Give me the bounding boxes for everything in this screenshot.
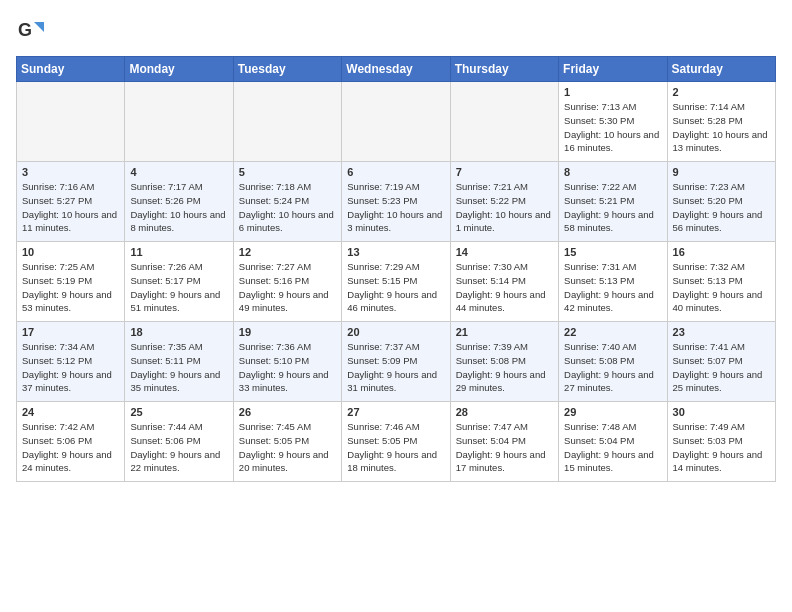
day-info: Sunrise: 7:48 AM Sunset: 5:04 PM Dayligh…	[564, 420, 661, 475]
day-number: 26	[239, 406, 336, 418]
day-info: Sunrise: 7:21 AM Sunset: 5:22 PM Dayligh…	[456, 180, 553, 235]
calendar-week-row: 1Sunrise: 7:13 AM Sunset: 5:30 PM Daylig…	[17, 82, 776, 162]
calendar-cell: 27Sunrise: 7:46 AM Sunset: 5:05 PM Dayli…	[342, 402, 450, 482]
calendar-cell: 18Sunrise: 7:35 AM Sunset: 5:11 PM Dayli…	[125, 322, 233, 402]
calendar-cell: 23Sunrise: 7:41 AM Sunset: 5:07 PM Dayli…	[667, 322, 775, 402]
day-info: Sunrise: 7:27 AM Sunset: 5:16 PM Dayligh…	[239, 260, 336, 315]
calendar-cell: 11Sunrise: 7:26 AM Sunset: 5:17 PM Dayli…	[125, 242, 233, 322]
day-number: 24	[22, 406, 119, 418]
calendar-cell: 8Sunrise: 7:22 AM Sunset: 5:21 PM Daylig…	[559, 162, 667, 242]
calendar-cell	[125, 82, 233, 162]
weekday-header-saturday: Saturday	[667, 57, 775, 82]
calendar-cell: 16Sunrise: 7:32 AM Sunset: 5:13 PM Dayli…	[667, 242, 775, 322]
calendar-cell: 17Sunrise: 7:34 AM Sunset: 5:12 PM Dayli…	[17, 322, 125, 402]
day-number: 29	[564, 406, 661, 418]
day-info: Sunrise: 7:25 AM Sunset: 5:19 PM Dayligh…	[22, 260, 119, 315]
day-number: 11	[130, 246, 227, 258]
svg-marker-1	[34, 22, 44, 32]
day-number: 22	[564, 326, 661, 338]
day-info: Sunrise: 7:17 AM Sunset: 5:26 PM Dayligh…	[130, 180, 227, 235]
logo: G	[16, 16, 48, 44]
calendar-cell: 30Sunrise: 7:49 AM Sunset: 5:03 PM Dayli…	[667, 402, 775, 482]
day-number: 14	[456, 246, 553, 258]
day-info: Sunrise: 7:34 AM Sunset: 5:12 PM Dayligh…	[22, 340, 119, 395]
day-info: Sunrise: 7:14 AM Sunset: 5:28 PM Dayligh…	[673, 100, 770, 155]
calendar-table: SundayMondayTuesdayWednesdayThursdayFrid…	[16, 56, 776, 482]
day-number: 6	[347, 166, 444, 178]
calendar-cell: 9Sunrise: 7:23 AM Sunset: 5:20 PM Daylig…	[667, 162, 775, 242]
calendar-cell: 24Sunrise: 7:42 AM Sunset: 5:06 PM Dayli…	[17, 402, 125, 482]
day-number: 25	[130, 406, 227, 418]
day-number: 8	[564, 166, 661, 178]
day-number: 28	[456, 406, 553, 418]
day-info: Sunrise: 7:40 AM Sunset: 5:08 PM Dayligh…	[564, 340, 661, 395]
calendar-cell: 10Sunrise: 7:25 AM Sunset: 5:19 PM Dayli…	[17, 242, 125, 322]
calendar-cell: 6Sunrise: 7:19 AM Sunset: 5:23 PM Daylig…	[342, 162, 450, 242]
calendar-cell: 22Sunrise: 7:40 AM Sunset: 5:08 PM Dayli…	[559, 322, 667, 402]
calendar-week-row: 17Sunrise: 7:34 AM Sunset: 5:12 PM Dayli…	[17, 322, 776, 402]
weekday-header-thursday: Thursday	[450, 57, 558, 82]
weekday-header-friday: Friday	[559, 57, 667, 82]
calendar-cell: 15Sunrise: 7:31 AM Sunset: 5:13 PM Dayli…	[559, 242, 667, 322]
weekday-header-row: SundayMondayTuesdayWednesdayThursdayFrid…	[17, 57, 776, 82]
svg-text:G: G	[18, 20, 32, 40]
day-info: Sunrise: 7:36 AM Sunset: 5:10 PM Dayligh…	[239, 340, 336, 395]
day-number: 17	[22, 326, 119, 338]
calendar-cell: 26Sunrise: 7:45 AM Sunset: 5:05 PM Dayli…	[233, 402, 341, 482]
day-info: Sunrise: 7:22 AM Sunset: 5:21 PM Dayligh…	[564, 180, 661, 235]
calendar-cell: 12Sunrise: 7:27 AM Sunset: 5:16 PM Dayli…	[233, 242, 341, 322]
calendar-cell: 14Sunrise: 7:30 AM Sunset: 5:14 PM Dayli…	[450, 242, 558, 322]
day-number: 10	[22, 246, 119, 258]
day-number: 23	[673, 326, 770, 338]
weekday-header-tuesday: Tuesday	[233, 57, 341, 82]
calendar-week-row: 10Sunrise: 7:25 AM Sunset: 5:19 PM Dayli…	[17, 242, 776, 322]
calendar-cell: 3Sunrise: 7:16 AM Sunset: 5:27 PM Daylig…	[17, 162, 125, 242]
day-info: Sunrise: 7:30 AM Sunset: 5:14 PM Dayligh…	[456, 260, 553, 315]
logo-icon: G	[16, 16, 44, 44]
calendar-cell	[17, 82, 125, 162]
calendar-cell: 25Sunrise: 7:44 AM Sunset: 5:06 PM Dayli…	[125, 402, 233, 482]
day-number: 30	[673, 406, 770, 418]
day-info: Sunrise: 7:18 AM Sunset: 5:24 PM Dayligh…	[239, 180, 336, 235]
day-info: Sunrise: 7:44 AM Sunset: 5:06 PM Dayligh…	[130, 420, 227, 475]
day-info: Sunrise: 7:42 AM Sunset: 5:06 PM Dayligh…	[22, 420, 119, 475]
day-number: 3	[22, 166, 119, 178]
calendar-cell: 4Sunrise: 7:17 AM Sunset: 5:26 PM Daylig…	[125, 162, 233, 242]
calendar-cell	[233, 82, 341, 162]
day-number: 15	[564, 246, 661, 258]
day-info: Sunrise: 7:32 AM Sunset: 5:13 PM Dayligh…	[673, 260, 770, 315]
day-number: 4	[130, 166, 227, 178]
day-info: Sunrise: 7:16 AM Sunset: 5:27 PM Dayligh…	[22, 180, 119, 235]
day-number: 27	[347, 406, 444, 418]
day-number: 18	[130, 326, 227, 338]
calendar-cell: 29Sunrise: 7:48 AM Sunset: 5:04 PM Dayli…	[559, 402, 667, 482]
day-info: Sunrise: 7:41 AM Sunset: 5:07 PM Dayligh…	[673, 340, 770, 395]
day-number: 7	[456, 166, 553, 178]
calendar-cell: 7Sunrise: 7:21 AM Sunset: 5:22 PM Daylig…	[450, 162, 558, 242]
calendar-cell: 20Sunrise: 7:37 AM Sunset: 5:09 PM Dayli…	[342, 322, 450, 402]
day-info: Sunrise: 7:35 AM Sunset: 5:11 PM Dayligh…	[130, 340, 227, 395]
day-info: Sunrise: 7:19 AM Sunset: 5:23 PM Dayligh…	[347, 180, 444, 235]
calendar-week-row: 3Sunrise: 7:16 AM Sunset: 5:27 PM Daylig…	[17, 162, 776, 242]
day-info: Sunrise: 7:46 AM Sunset: 5:05 PM Dayligh…	[347, 420, 444, 475]
calendar-cell	[450, 82, 558, 162]
calendar-cell: 2Sunrise: 7:14 AM Sunset: 5:28 PM Daylig…	[667, 82, 775, 162]
weekday-header-wednesday: Wednesday	[342, 57, 450, 82]
day-info: Sunrise: 7:23 AM Sunset: 5:20 PM Dayligh…	[673, 180, 770, 235]
day-number: 16	[673, 246, 770, 258]
day-number: 2	[673, 86, 770, 98]
day-number: 12	[239, 246, 336, 258]
day-number: 20	[347, 326, 444, 338]
calendar-cell: 1Sunrise: 7:13 AM Sunset: 5:30 PM Daylig…	[559, 82, 667, 162]
day-info: Sunrise: 7:45 AM Sunset: 5:05 PM Dayligh…	[239, 420, 336, 475]
day-number: 21	[456, 326, 553, 338]
weekday-header-sunday: Sunday	[17, 57, 125, 82]
calendar-cell: 5Sunrise: 7:18 AM Sunset: 5:24 PM Daylig…	[233, 162, 341, 242]
calendar-cell: 28Sunrise: 7:47 AM Sunset: 5:04 PM Dayli…	[450, 402, 558, 482]
calendar-cell: 19Sunrise: 7:36 AM Sunset: 5:10 PM Dayli…	[233, 322, 341, 402]
day-number: 9	[673, 166, 770, 178]
weekday-header-monday: Monday	[125, 57, 233, 82]
day-info: Sunrise: 7:39 AM Sunset: 5:08 PM Dayligh…	[456, 340, 553, 395]
day-info: Sunrise: 7:49 AM Sunset: 5:03 PM Dayligh…	[673, 420, 770, 475]
page-header: G	[16, 16, 776, 44]
